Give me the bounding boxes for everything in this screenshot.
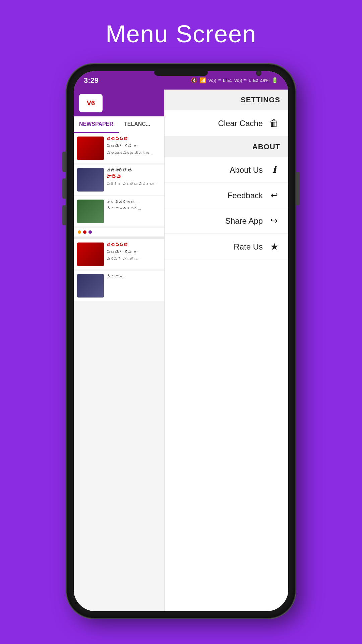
about-us-label: About Us: [230, 165, 263, 175]
news-thumbnail: [77, 200, 104, 223]
tab-telangana[interactable]: TELANC...: [119, 116, 156, 133]
trash-icon: 🗑: [268, 118, 280, 129]
mute-icon: 🔇: [191, 77, 197, 84]
clear-cache-label: Clear Cache: [218, 119, 263, 128]
lte2-label: LTE2: [249, 78, 258, 83]
share-icon: ↪: [268, 216, 280, 226]
lte1-label: LTE1: [223, 78, 232, 83]
news-content: మణిపూర్‌లో బి హాత్య పత్రిక వార్తలు వివరా…: [107, 168, 157, 192]
battery-level: 49%: [260, 78, 269, 83]
feedback-label: Feedback: [228, 191, 263, 200]
signal2-icon: Vo)) ᴵᵐ: [234, 78, 247, 83]
app-content: V6 NEWSPAPER TELANC... ల: [74, 90, 178, 611]
phone-frame: 3:29 🔇 📶 Vo)) ᴵᵐ LTE1 Vo)) ᴵᵐ LTE2 49% 🔋…: [67, 64, 295, 618]
rate-us-label: Rate Us: [234, 242, 263, 252]
v6-logo-text: V6: [87, 99, 95, 107]
carousel-dots: [74, 228, 178, 236]
news-content: వివరాలు...: [107, 274, 125, 298]
list-item[interactable]: మణిపూర్‌లో బి హాత్య పత్రిక వార్తలు వివరా…: [74, 165, 178, 195]
news-content: లేటెస్ట్‌లో ప్లయింగ్ గిడ దా పురుషులు పూర…: [107, 137, 153, 160]
info-icon: ℹ: [268, 165, 280, 175]
dot: [78, 230, 81, 234]
list-item[interactable]: చంద్ చివరి అల... వివరాలు చదవండి...: [74, 196, 178, 226]
feedback-item[interactable]: Feedback ↩: [165, 183, 288, 208]
rate-us-item[interactable]: Rate Us ★: [165, 234, 288, 260]
battery-icon: 🔋: [272, 77, 278, 84]
status-time: 3:29: [84, 76, 99, 85]
notch: [154, 69, 208, 76]
list-item[interactable]: లేటెస్ట్‌లో ప్లయింగ్ గిడ దా పురుషులు పూర…: [74, 133, 178, 163]
tab-newspaper[interactable]: NEWSPAPER: [74, 116, 119, 133]
star-icon: ★: [268, 241, 280, 252]
wifi-icon: 📶: [199, 77, 206, 84]
share-app-item[interactable]: Share App ↪: [165, 208, 288, 234]
news-thumbnail: [77, 243, 104, 266]
news-content: లేటెస్ట్‌లో ప్లయింగ్ కిమ దా మరిన్ని వార్…: [107, 243, 140, 266]
divider: [74, 236, 178, 239]
clear-cache-item[interactable]: Clear Cache 🗑: [165, 110, 288, 137]
about-section-header: ABOUT: [165, 137, 288, 157]
drawer-menu: SETTINGS Clear Cache 🗑 ABOUT About Us ℹ …: [164, 90, 288, 611]
news-content: చంద్ చివరి అల... వివరాలు చదవండి...: [107, 200, 141, 223]
feedback-icon: ↩: [268, 190, 280, 201]
status-icons: 🔇 📶 Vo)) ᴵᵐ LTE1 Vo)) ᴵᵐ LTE2 49% 🔋: [191, 77, 278, 84]
camera-dot: [256, 70, 261, 76]
phone-screen: 3:29 🔇 📶 Vo)) ᴵᵐ LTE1 Vo)) ᴵᵐ LTE2 49% 🔋…: [74, 71, 288, 611]
signal-icon: Vo)) ᴵᵐ: [208, 78, 221, 83]
news-thumbnail: [77, 274, 104, 298]
page-title: Menu Screen: [106, 20, 256, 48]
app-header: V6: [74, 90, 178, 116]
list-item[interactable]: వివరాలు...: [74, 271, 178, 301]
share-app-label: Share App: [225, 216, 263, 226]
about-us-item[interactable]: About Us ℹ: [165, 157, 288, 183]
news-thumbnail: [77, 168, 104, 192]
list-item[interactable]: లేటెస్ట్‌లో ప్లయింగ్ కిమ దా మరిన్ని వార్…: [74, 239, 178, 269]
dot-active: [88, 230, 92, 234]
app-nav-tabs: NEWSPAPER TELANC...: [74, 116, 178, 133]
news-list: లేటెస్ట్‌లో ప్లయింగ్ గిడ దా పురుషులు పూర…: [74, 133, 178, 302]
app-logo: V6: [79, 94, 103, 112]
news-thumbnail: [77, 137, 104, 160]
settings-section-header: SETTINGS: [165, 90, 288, 110]
dot: [83, 230, 86, 234]
